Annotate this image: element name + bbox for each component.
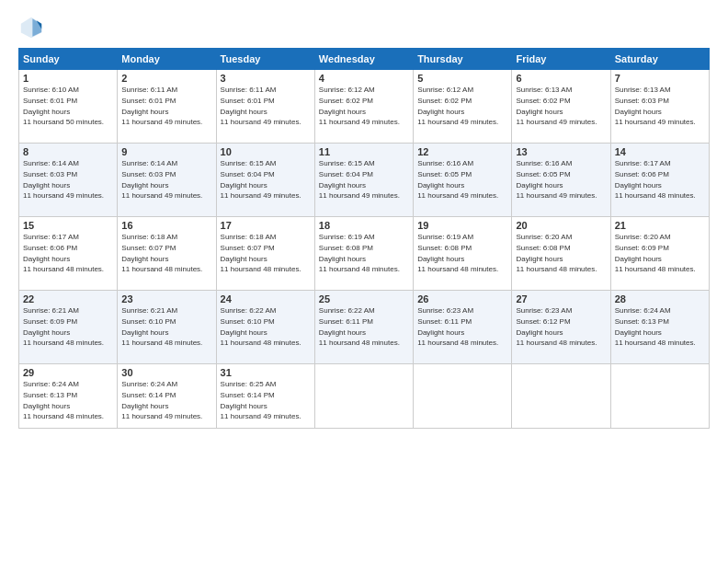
day-number: 14	[615, 146, 705, 157]
day-info: Sunrise: 6:13 AMSunset: 6:03 PMDaylight …	[615, 86, 696, 126]
table-row: 4Sunrise: 6:12 AMSunset: 6:02 PMDaylight…	[314, 70, 413, 144]
table-row: 9Sunrise: 6:14 AMSunset: 6:03 PMDaylight…	[118, 144, 216, 217]
page: Sunday Monday Tuesday Wednesday Thursday…	[0, 0, 728, 563]
table-row: 14Sunrise: 6:17 AMSunset: 6:06 PMDayligh…	[610, 144, 709, 217]
day-number: 22	[23, 293, 113, 304]
table-row: 1Sunrise: 6:10 AMSunset: 6:01 PMDaylight…	[19, 70, 118, 144]
table-row	[610, 364, 709, 429]
day-number: 7	[615, 73, 705, 84]
day-info: Sunrise: 6:25 AMSunset: 6:14 PMDaylight …	[221, 380, 301, 420]
table-row: 28Sunrise: 6:24 AMSunset: 6:13 PMDayligh…	[610, 291, 709, 364]
calendar-header-row: Sunday Monday Tuesday Wednesday Thursday…	[19, 49, 710, 70]
day-info: Sunrise: 6:22 AMSunset: 6:10 PMDaylight …	[221, 306, 301, 347]
header	[18, 15, 710, 40]
day-number: 9	[121, 146, 211, 157]
day-number: 8	[23, 146, 113, 157]
table-row: 18Sunrise: 6:19 AMSunset: 6:08 PMDayligh…	[314, 217, 413, 291]
col-sunday: Sunday	[19, 49, 118, 70]
table-row: 3Sunrise: 6:11 AMSunset: 6:01 PMDaylight…	[216, 70, 314, 144]
day-info: Sunrise: 6:12 AMSunset: 6:02 PMDaylight …	[417, 86, 498, 126]
table-row: 19Sunrise: 6:19 AMSunset: 6:08 PMDayligh…	[414, 217, 512, 291]
day-number: 12	[417, 146, 507, 157]
table-row: 16Sunrise: 6:18 AMSunset: 6:07 PMDayligh…	[118, 217, 216, 291]
table-row	[512, 364, 610, 429]
table-row: 12Sunrise: 6:16 AMSunset: 6:05 PMDayligh…	[414, 144, 512, 217]
day-info: Sunrise: 6:15 AMSunset: 6:04 PMDaylight …	[319, 159, 400, 200]
day-info: Sunrise: 6:17 AMSunset: 6:06 PMDaylight …	[615, 159, 696, 200]
table-row: 22Sunrise: 6:21 AMSunset: 6:09 PMDayligh…	[19, 291, 118, 364]
day-number: 18	[319, 220, 409, 231]
day-number: 4	[319, 73, 409, 84]
col-tuesday: Tuesday	[216, 49, 314, 70]
day-info: Sunrise: 6:24 AMSunset: 6:14 PMDaylight …	[121, 380, 202, 420]
day-info: Sunrise: 6:16 AMSunset: 6:05 PMDaylight …	[516, 159, 597, 200]
day-number: 16	[121, 220, 211, 231]
day-info: Sunrise: 6:21 AMSunset: 6:09 PMDaylight …	[23, 306, 104, 347]
calendar-row: 8Sunrise: 6:14 AMSunset: 6:03 PMDaylight…	[19, 144, 710, 217]
day-number: 13	[516, 146, 606, 157]
day-info: Sunrise: 6:20 AMSunset: 6:09 PMDaylight …	[615, 233, 696, 273]
day-info: Sunrise: 6:19 AMSunset: 6:08 PMDaylight …	[417, 233, 498, 273]
table-row: 6Sunrise: 6:13 AMSunset: 6:02 PMDaylight…	[512, 70, 610, 144]
table-row: 24Sunrise: 6:22 AMSunset: 6:10 PMDayligh…	[216, 291, 314, 364]
day-number: 29	[23, 367, 113, 378]
col-wednesday: Wednesday	[314, 49, 413, 70]
day-info: Sunrise: 6:16 AMSunset: 6:05 PMDaylight …	[417, 159, 498, 200]
table-row: 10Sunrise: 6:15 AMSunset: 6:04 PMDayligh…	[216, 144, 314, 217]
logo-icon	[18, 15, 44, 40]
day-info: Sunrise: 6:15 AMSunset: 6:04 PMDaylight …	[221, 159, 301, 200]
day-info: Sunrise: 6:14 AMSunset: 6:03 PMDaylight …	[121, 159, 202, 200]
table-row: 5Sunrise: 6:12 AMSunset: 6:02 PMDaylight…	[414, 70, 512, 144]
col-monday: Monday	[118, 49, 216, 70]
day-info: Sunrise: 6:10 AMSunset: 6:01 PMDaylight …	[23, 86, 104, 126]
day-info: Sunrise: 6:23 AMSunset: 6:12 PMDaylight …	[516, 306, 597, 347]
table-row	[314, 364, 413, 429]
day-info: Sunrise: 6:21 AMSunset: 6:10 PMDaylight …	[121, 306, 202, 347]
day-number: 21	[615, 220, 705, 231]
day-info: Sunrise: 6:19 AMSunset: 6:08 PMDaylight …	[319, 233, 400, 273]
day-number: 10	[221, 146, 311, 157]
table-row: 11Sunrise: 6:15 AMSunset: 6:04 PMDayligh…	[314, 144, 413, 217]
table-row: 23Sunrise: 6:21 AMSunset: 6:10 PMDayligh…	[118, 291, 216, 364]
day-number: 24	[221, 293, 311, 304]
table-row: 8Sunrise: 6:14 AMSunset: 6:03 PMDaylight…	[19, 144, 118, 217]
day-info: Sunrise: 6:24 AMSunset: 6:13 PMDaylight …	[615, 306, 696, 347]
day-number: 17	[221, 220, 311, 231]
day-number: 20	[516, 220, 606, 231]
calendar-row: 1Sunrise: 6:10 AMSunset: 6:01 PMDaylight…	[19, 70, 710, 144]
col-saturday: Saturday	[610, 49, 709, 70]
calendar-row: 29Sunrise: 6:24 AMSunset: 6:13 PMDayligh…	[19, 364, 710, 429]
day-info: Sunrise: 6:12 AMSunset: 6:02 PMDaylight …	[319, 86, 400, 126]
day-number: 27	[516, 293, 606, 304]
col-friday: Friday	[512, 49, 610, 70]
day-number: 15	[23, 220, 113, 231]
table-row: 30Sunrise: 6:24 AMSunset: 6:14 PMDayligh…	[118, 364, 216, 429]
calendar-row: 15Sunrise: 6:17 AMSunset: 6:06 PMDayligh…	[19, 217, 710, 291]
day-number: 23	[121, 293, 211, 304]
day-info: Sunrise: 6:11 AMSunset: 6:01 PMDaylight …	[221, 86, 301, 126]
day-number: 30	[121, 367, 211, 378]
day-number: 26	[417, 293, 507, 304]
table-row	[414, 364, 512, 429]
table-row: 7Sunrise: 6:13 AMSunset: 6:03 PMDaylight…	[610, 70, 709, 144]
day-info: Sunrise: 6:14 AMSunset: 6:03 PMDaylight …	[23, 159, 104, 200]
day-number: 1	[23, 73, 113, 84]
logo	[18, 15, 48, 40]
day-number: 25	[319, 293, 409, 304]
day-info: Sunrise: 6:18 AMSunset: 6:07 PMDaylight …	[221, 233, 301, 273]
table-row: 15Sunrise: 6:17 AMSunset: 6:06 PMDayligh…	[19, 217, 118, 291]
day-number: 2	[121, 73, 211, 84]
table-row: 31Sunrise: 6:25 AMSunset: 6:14 PMDayligh…	[216, 364, 314, 429]
day-number: 6	[516, 73, 606, 84]
calendar-row: 22Sunrise: 6:21 AMSunset: 6:09 PMDayligh…	[19, 291, 710, 364]
day-number: 19	[417, 220, 507, 231]
table-row: 29Sunrise: 6:24 AMSunset: 6:13 PMDayligh…	[19, 364, 118, 429]
day-number: 28	[615, 293, 705, 304]
day-number: 3	[221, 73, 311, 84]
table-row: 21Sunrise: 6:20 AMSunset: 6:09 PMDayligh…	[610, 217, 709, 291]
day-number: 5	[417, 73, 507, 84]
day-info: Sunrise: 6:22 AMSunset: 6:11 PMDaylight …	[319, 306, 400, 347]
table-row: 2Sunrise: 6:11 AMSunset: 6:01 PMDaylight…	[118, 70, 216, 144]
table-row: 20Sunrise: 6:20 AMSunset: 6:08 PMDayligh…	[512, 217, 610, 291]
day-info: Sunrise: 6:11 AMSunset: 6:01 PMDaylight …	[121, 86, 202, 126]
